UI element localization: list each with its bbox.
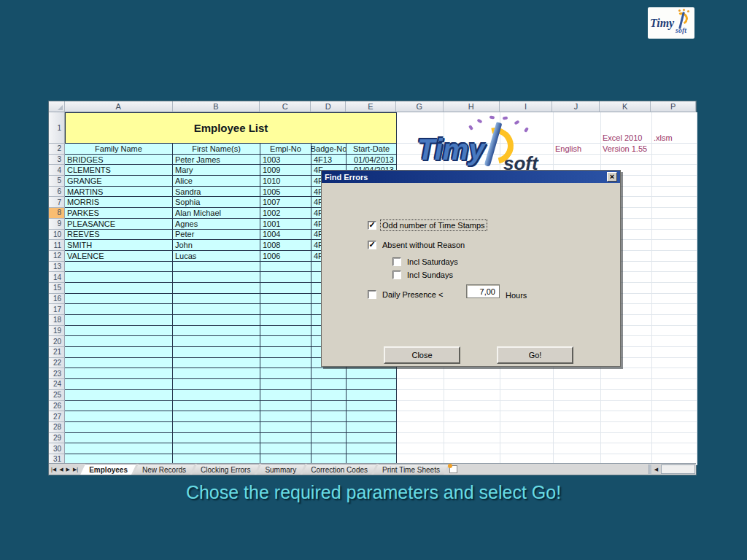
checkbox-box[interactable]	[368, 241, 376, 249]
column-header-D[interactable]: D	[311, 101, 346, 112]
cell-G30[interactable]	[397, 443, 444, 454]
cell-P20[interactable]	[652, 336, 697, 347]
cell-H27[interactable]	[444, 411, 500, 422]
empty-cell[interactable]	[347, 422, 397, 433]
cell-I3[interactable]	[500, 155, 554, 166]
empty-cell[interactable]	[260, 390, 311, 401]
cell-K1[interactable]: Excel 2010	[601, 112, 652, 144]
row-header-24[interactable]: 24	[49, 379, 65, 390]
empty-cell[interactable]	[65, 315, 173, 326]
column-header-K[interactable]: K	[600, 101, 651, 112]
empty-cell[interactable]	[173, 326, 260, 337]
cell-H3[interactable]	[444, 155, 500, 166]
empty-cell[interactable]	[173, 315, 260, 326]
cell-P14[interactable]	[652, 272, 697, 283]
cell-K25[interactable]	[601, 390, 652, 401]
empty-cell[interactable]	[260, 347, 311, 358]
cell-H1[interactable]	[444, 112, 500, 144]
empty-cell[interactable]	[65, 379, 173, 390]
empty-cell[interactable]	[173, 368, 260, 379]
column-header-H[interactable]: H	[444, 101, 500, 112]
cell-G1[interactable]	[397, 112, 444, 144]
cell-P12[interactable]	[652, 251, 697, 262]
cell-K24[interactable]	[601, 379, 652, 390]
sheet-tab-new-records[interactable]: New Records	[133, 464, 195, 475]
header-cell[interactable]: First Name(s)	[173, 144, 260, 155]
column-header-J[interactable]: J	[552, 101, 600, 112]
cell-P9[interactable]	[652, 219, 697, 230]
empty-cell[interactable]	[65, 336, 173, 347]
empty-cell[interactable]	[347, 411, 397, 422]
cell-first-name[interactable]: Alice	[173, 176, 260, 187]
dialog-titlebar[interactable]: Find Errors ×	[322, 171, 620, 183]
cell-J24[interactable]	[554, 379, 601, 390]
cell-J28[interactable]	[554, 422, 601, 433]
empty-cell[interactable]	[311, 443, 347, 454]
cell-empl-no[interactable]: 1005	[260, 187, 311, 198]
cell-empl-no[interactable]: 1008	[260, 240, 311, 251]
cell-empl-no[interactable]: 1001	[260, 219, 311, 230]
cell-H25[interactable]	[444, 390, 500, 401]
empty-cell[interactable]	[65, 283, 173, 294]
cell-P25[interactable]	[652, 390, 697, 401]
cell-P16[interactable]	[652, 294, 697, 305]
tab-nav-next-icon[interactable]: ▶	[66, 467, 70, 472]
cell-family-name[interactable]: PARKES	[65, 208, 173, 219]
cell-family-name[interactable]: GRANGE	[65, 176, 173, 187]
row-header-10[interactable]: 10	[49, 230, 65, 241]
cell-family-name[interactable]: CLEMENTS	[65, 165, 173, 176]
header-cell[interactable]: Badge-No	[311, 144, 347, 155]
row-header-22[interactable]: 22	[49, 358, 65, 369]
cell-J2[interactable]: English	[554, 144, 601, 155]
column-header-E[interactable]: E	[346, 101, 396, 112]
empty-cell[interactable]	[65, 443, 173, 454]
checkbox-box[interactable]	[368, 221, 376, 230]
cell-J3[interactable]	[554, 155, 601, 166]
checkbox-incl-saturdays[interactable]: Incl Saturdays	[392, 257, 460, 267]
row-header-5[interactable]: 5	[49, 176, 65, 187]
cell-P11[interactable]	[652, 240, 697, 251]
sheet-tab-summary[interactable]: Summary	[256, 464, 305, 475]
empty-cell[interactable]	[260, 326, 311, 337]
empty-cell[interactable]	[173, 294, 260, 305]
cell-I25[interactable]	[500, 390, 554, 401]
empty-cell[interactable]	[260, 401, 311, 412]
cell-start-date[interactable]: 01/04/2013	[347, 155, 397, 166]
empty-cell[interactable]	[260, 433, 311, 444]
cell-family-name[interactable]: VALENCE	[65, 251, 173, 262]
row-header-1[interactable]: 1	[49, 112, 65, 144]
cell-H28[interactable]	[444, 422, 500, 433]
row-header-19[interactable]: 19	[49, 326, 65, 337]
row-header-18[interactable]: 18	[49, 315, 65, 326]
row-header-11[interactable]: 11	[49, 240, 65, 251]
go-button[interactable]: Go!	[497, 346, 573, 364]
row-header-28[interactable]: 28	[49, 422, 65, 433]
empty-cell[interactable]	[311, 390, 347, 401]
cell-family-name[interactable]: MORRIS	[65, 197, 173, 208]
row-header-8[interactable]: 8	[49, 208, 65, 219]
empty-cell[interactable]	[311, 433, 347, 444]
empty-cell[interactable]	[65, 347, 173, 358]
cell-P6[interactable]	[652, 187, 697, 198]
cell-K2[interactable]: Version 1.55	[601, 144, 652, 155]
cell-K23[interactable]	[601, 368, 652, 379]
cell-family-name[interactable]: BRIDGES	[65, 155, 173, 166]
empty-cell[interactable]	[173, 272, 260, 283]
row-header-13[interactable]: 13	[49, 262, 65, 273]
cell-P10[interactable]	[652, 230, 697, 241]
row-header-15[interactable]: 15	[49, 283, 65, 294]
empty-cell[interactable]	[65, 272, 173, 283]
checkbox-absent-without-reason[interactable]: Absent without Reason	[368, 240, 466, 250]
cell-K3[interactable]	[601, 155, 652, 166]
empty-cell[interactable]	[311, 401, 347, 412]
cell-H26[interactable]	[444, 401, 500, 412]
cell-G24[interactable]	[397, 379, 444, 390]
cell-J25[interactable]	[554, 390, 601, 401]
row-header-12[interactable]: 12	[49, 251, 65, 262]
cell-family-name[interactable]: PLEASANCE	[65, 219, 173, 230]
empty-cell[interactable]	[65, 368, 173, 379]
empty-cell[interactable]	[260, 422, 311, 433]
cell-first-name[interactable]: Alan Michael	[173, 208, 260, 219]
cell-P8[interactable]	[652, 208, 697, 219]
cell-family-name[interactable]: SMITH	[65, 240, 173, 251]
